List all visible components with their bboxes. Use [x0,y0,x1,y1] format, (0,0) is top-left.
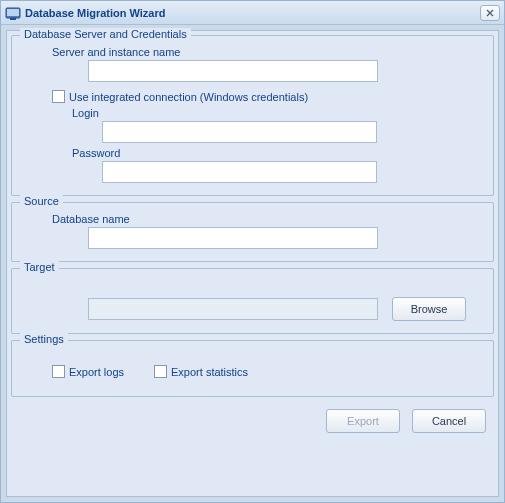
svg-rect-1 [7,9,19,16]
password-label: Password [72,147,483,159]
titlebar: Database Migration Wizard [1,1,504,25]
server-input[interactable] [88,60,378,82]
database-input[interactable] [88,227,378,249]
credentials-fieldset: Database Server and Credentials Server a… [11,35,494,196]
app-icon [5,5,21,21]
svg-rect-2 [10,18,16,20]
export-logs-label[interactable]: Export logs [69,366,124,378]
button-bar: Export Cancel [11,403,494,437]
target-path-input[interactable] [88,298,378,320]
close-icon [486,9,494,17]
integrated-label[interactable]: Use integrated connection (Windows crede… [69,91,308,103]
source-legend: Source [20,195,63,207]
source-fieldset: Source Database name [11,202,494,262]
password-input[interactable] [102,161,377,183]
credentials-legend: Database Server and Credentials [20,28,191,40]
close-button[interactable] [480,5,500,21]
login-input[interactable] [102,121,377,143]
dialog-window: Database Migration Wizard Database Serve… [0,0,505,503]
database-label: Database name [52,213,483,225]
integrated-checkbox[interactable] [52,90,65,103]
export-stats-label[interactable]: Export statistics [171,366,248,378]
content-panel: Database Server and Credentials Server a… [6,30,499,497]
dialog-body: Database Server and Credentials Server a… [1,25,504,502]
settings-fieldset: Settings Export logs Export statistics [11,340,494,397]
window-title: Database Migration Wizard [25,7,480,19]
login-label: Login [72,107,483,119]
browse-button[interactable]: Browse [392,297,466,321]
target-legend: Target [20,261,59,273]
cancel-button[interactable]: Cancel [412,409,486,433]
export-logs-checkbox[interactable] [52,365,65,378]
target-fieldset: Target Browse [11,268,494,334]
export-button[interactable]: Export [326,409,400,433]
server-label: Server and instance name [52,46,483,58]
export-stats-checkbox[interactable] [154,365,167,378]
settings-legend: Settings [20,333,68,345]
